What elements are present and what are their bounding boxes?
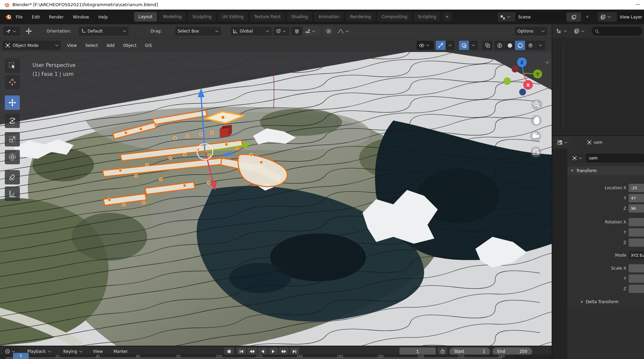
delta-transform-subpanel[interactable]: Delta Transform [567,298,644,306]
chevron-down-icon [215,30,219,33]
options-dropdown[interactable]: Options [515,27,547,36]
transform-orientation-dropdown[interactable]: Global [231,27,272,36]
annotate-tool[interactable] [5,170,20,184]
scene-name-field[interactable]: Scene [515,12,566,22]
outliner-editor-type-dropdown[interactable] [554,27,570,36]
chevron-down-icon [607,16,611,18]
location-z-label: Z [567,205,626,212]
snap-toggle-button[interactable] [291,27,302,36]
rotation-mode-dropdown[interactable]: XYZ Euler [629,251,644,259]
timeline-scrollbar[interactable] [5,357,502,359]
viewport-menu-object[interactable]: Object [123,43,136,48]
shading-solid-button[interactable] [505,41,515,50]
snap-target-dropdown[interactable] [303,27,320,36]
scale-x-field[interactable] [629,264,644,272]
view-layer-name-field[interactable]: View Layer [617,12,644,22]
workspace-tab-uv-editing[interactable]: UV Editing [218,12,248,22]
orientation-dropdown[interactable]: Default [79,27,129,36]
active-tool-dropdown[interactable] [3,27,20,36]
scale-y-field[interactable] [629,274,644,283]
menu-window[interactable]: Window [73,15,89,20]
unlink-scene-button[interactable]: ✕ [581,12,593,22]
workspace-tab-modeling[interactable]: Modeling [159,12,186,22]
rotation-z-field[interactable] [629,239,644,247]
properties-editor-type-dropdown[interactable] [555,139,570,146]
transform-panel-header[interactable]: Transform [567,166,644,175]
add-workspace-button[interactable]: + [442,12,452,22]
viewport-menu-gis[interactable]: GIS [145,43,152,48]
xray-icon [485,43,490,48]
workspace-tab-rendering[interactable]: Rendering [345,12,375,22]
show-overlays-toggle[interactable] [459,41,469,50]
rotate-tool[interactable] [5,114,20,128]
new-scene-button[interactable] [566,12,581,22]
viewport-menu-select[interactable]: Select [85,43,98,48]
viewport-menu-add[interactable]: Add [107,43,115,48]
shading-material-button[interactable] [515,41,525,50]
viewport-canvas[interactable]: Z Y X User Perspective (1) Fase 1 | usm … [0,52,552,346]
search-input[interactable] [601,28,637,34]
copy-icon [571,15,576,20]
workspace-tab-scripting[interactable]: Scripting [413,12,441,22]
menu-help[interactable]: Help [98,15,107,20]
workspace-tab-sculpting[interactable]: Sculpting [188,12,216,22]
workspace-tab-compositing[interactable]: Compositing [377,12,412,22]
shading-wireframe-button[interactable] [495,41,504,50]
blender-menu-logo-icon[interactable] [4,13,12,20]
drag-mode-dropdown[interactable]: Select Box [175,27,221,36]
menu-edit[interactable]: Edit [32,15,40,20]
viewport-menu-view[interactable]: View [67,43,77,48]
visibility-dropdown[interactable] [417,41,434,50]
axis-x-label: X [526,82,530,88]
xray-toggle[interactable] [482,41,492,50]
shading-rendered-button[interactable] [525,41,535,50]
chevron-down-icon [579,157,582,159]
move-tool-header-icon[interactable] [23,27,35,36]
view-layer-icon [600,14,606,20]
location-z-field[interactable]: 96 [629,204,644,213]
shading-dropdown[interactable] [536,41,545,50]
outliner-display-mode-dropdown[interactable] [571,27,589,36]
region-collapse-arrow[interactable]: < [545,60,549,65]
scene-selector-button[interactable] [498,12,515,22]
cursor-tool[interactable] [5,75,20,89]
menu-render[interactable]: Render [49,15,64,20]
overlays-dropdown[interactable] [469,41,478,50]
show-gizmo-toggle[interactable] [436,41,446,50]
menu-file[interactable]: File [16,15,23,20]
rotation-y-field[interactable] [629,228,644,236]
workspace-tab-shading[interactable]: Shading [287,12,312,22]
measure-tool[interactable] [5,187,20,201]
scale-tool[interactable] [5,132,20,146]
workspace-tab-animation[interactable]: Animation [314,12,344,22]
timeline-menu-keying[interactable]: Keying [63,349,77,354]
pivot-point-dropdown[interactable] [274,27,289,36]
move-tool[interactable] [5,95,20,110]
mode-dropdown[interactable]: Object Mode [3,41,61,50]
chevron-down-icon [507,16,510,18]
chevron-down-icon [266,30,269,33]
rotation-x-field[interactable] [629,218,644,226]
chevron-down-icon [541,30,545,33]
location-y-field[interactable]: 47 [629,194,644,202]
editor-divider-vertical[interactable] [552,24,552,359]
proportional-editing-toggle[interactable] [324,27,334,36]
select-box-tool[interactable] [5,59,20,73]
view-layer-selector-button[interactable] [598,12,617,22]
workspace-tab-texture-paint[interactable]: Texture Paint [250,12,285,22]
proportional-falloff-dropdown[interactable] [335,27,353,36]
location-x-field[interactable]: -25 [629,184,644,192]
workspace-tab-layout[interactable]: Layout [134,12,157,22]
rotation-mode-label: Mode [567,252,626,259]
outliner-search-field[interactable] [592,27,642,36]
properties-tab-strip [552,149,567,359]
minimize-button[interactable]: — [631,0,644,8]
gizmo-dropdown[interactable] [446,41,455,50]
transform-tool[interactable] [5,150,20,164]
object-name-field[interactable]: usm [586,154,644,163]
blender-window: Blender* [F:\ARCHEOFOSS2021\fotogrammetr… [0,0,644,359]
scale-z-field[interactable] [629,285,644,293]
timeline-menu-playback[interactable]: Playback [27,349,46,354]
object-type-dropdown[interactable] [570,154,586,163]
chevron-down-icon [79,350,82,353]
